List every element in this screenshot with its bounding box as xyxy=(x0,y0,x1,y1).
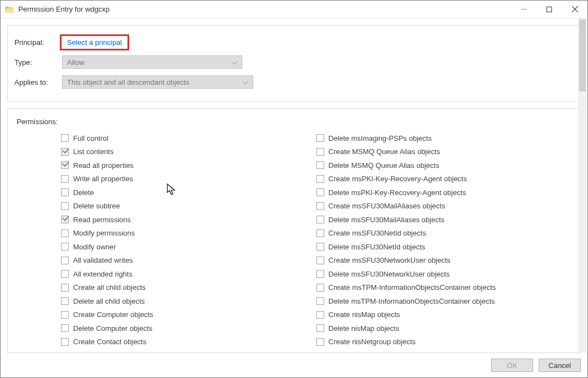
permission-item: All validated writes xyxy=(61,254,316,268)
permission-checkbox[interactable] xyxy=(61,216,69,223)
permission-label: Delete Computer objects xyxy=(73,324,152,333)
permission-item: Delete MSMQ Queue Alias objects xyxy=(316,159,572,172)
titlebar: Permission Entry for wdgcxp xyxy=(1,1,587,18)
permission-checkbox[interactable] xyxy=(316,148,324,156)
permission-checkbox[interactable] xyxy=(316,175,324,183)
permission-label: Create MSMQ Queue Alias objects xyxy=(329,147,441,156)
permission-checkbox[interactable] xyxy=(61,284,69,292)
window-controls xyxy=(511,1,587,18)
permission-item: Delete all child objects xyxy=(61,294,316,308)
type-value: Allow xyxy=(67,58,84,67)
permission-checkbox[interactable] xyxy=(316,188,324,196)
permission-checkbox[interactable] xyxy=(61,270,69,278)
permission-label: Create msSFU30NetworkUser objects xyxy=(329,256,451,264)
type-label: Type: xyxy=(14,58,59,67)
permission-label: Create nisNetgroup objects xyxy=(329,338,416,346)
permission-checkbox[interactable] xyxy=(316,297,324,305)
permission-checkbox[interactable] xyxy=(316,284,324,292)
permission-checkbox[interactable] xyxy=(61,243,69,251)
permission-checkbox[interactable] xyxy=(316,257,324,264)
permission-label: Delete msImaging-PSPs objects xyxy=(329,134,432,142)
permission-checkbox[interactable] xyxy=(61,311,69,319)
permission-item: Delete subtree xyxy=(61,200,316,213)
footer: OK Cancel xyxy=(1,353,587,377)
permission-item: Read permissions xyxy=(61,213,316,227)
permission-checkbox[interactable] xyxy=(316,134,324,142)
permission-item: List contents xyxy=(61,145,316,159)
permission-checkbox[interactable] xyxy=(316,338,324,346)
permission-checkbox[interactable] xyxy=(61,175,69,183)
type-select[interactable]: Allow xyxy=(62,55,242,69)
permission-label: Create msPKI-Key-Recovery-Agent objects xyxy=(329,175,467,183)
type-row: Type: Allow xyxy=(14,54,571,70)
permission-checkbox[interactable] xyxy=(61,229,69,237)
permission-label: Read permissions xyxy=(73,216,131,224)
minimize-button[interactable] xyxy=(511,1,536,18)
permission-item: Delete xyxy=(61,186,316,200)
permission-label: Delete msSFU30NetId objects xyxy=(329,243,426,251)
permission-label: List contents xyxy=(73,147,114,156)
permission-checkbox[interactable] xyxy=(61,202,69,210)
permission-label: Create all child objects xyxy=(73,283,146,292)
permission-item: Create Computer objects xyxy=(61,308,316,322)
permission-label: Create Computer objects xyxy=(73,310,154,319)
permission-checkbox[interactable] xyxy=(61,257,69,264)
applies-select[interactable]: This object and all descendant objects xyxy=(62,75,253,89)
permission-label: Modify permissions xyxy=(73,229,135,237)
permission-label: Modify owner xyxy=(73,243,116,251)
permission-item: Create msTPM-InformationObjectsContainer… xyxy=(316,281,572,295)
select-principal-link[interactable]: Select a principal xyxy=(60,34,129,50)
ok-button[interactable]: OK xyxy=(491,359,533,372)
permission-label: Delete subtree xyxy=(73,202,120,210)
permission-item: Create msPKI-Key-Recovery-Agent objects xyxy=(316,172,572,186)
permission-item: Modify owner xyxy=(61,240,316,254)
permission-checkbox[interactable] xyxy=(316,161,324,169)
permissions-col-right: Delete msImaging-PSPs objectsCreate MSMQ… xyxy=(316,131,572,349)
cancel-button[interactable]: Cancel xyxy=(539,359,581,372)
permission-item: Delete nisMap objects xyxy=(316,321,572,335)
permissions-col-left: Full controlList contentsRead all proper… xyxy=(61,131,316,349)
permission-checkbox[interactable] xyxy=(61,188,69,196)
permission-checkbox[interactable] xyxy=(316,243,324,251)
permission-item: Create nisMap objects xyxy=(316,308,572,322)
permission-checkbox[interactable] xyxy=(316,324,324,332)
permission-item: All extended rights xyxy=(61,267,316,281)
permission-checkbox[interactable] xyxy=(61,338,69,346)
permission-label: Delete msTPM-InformationObjectsContainer… xyxy=(329,297,495,305)
scrollbar[interactable] xyxy=(578,18,587,353)
permission-item: Delete msPKI-Key-Recovery-Agent objects xyxy=(316,186,572,200)
permission-label: Delete nisMap objects xyxy=(329,324,400,333)
permission-item: Delete msSFU30NetworkUser objects xyxy=(316,267,572,281)
principal-row: Principal: Select a principal xyxy=(14,34,571,50)
permission-checkbox[interactable] xyxy=(316,202,324,210)
svg-rect-1 xyxy=(547,7,552,12)
permission-checkbox[interactable] xyxy=(61,324,69,332)
permission-item: Create msSFU30MailAliases objects xyxy=(316,200,572,213)
permission-checkbox[interactable] xyxy=(61,148,69,156)
permission-item: Delete msTPM-InformationObjectsContainer… xyxy=(316,294,572,308)
permission-item: Create Contact objects xyxy=(61,335,316,349)
permission-checkbox[interactable] xyxy=(61,134,69,142)
permission-label: Delete all child objects xyxy=(73,297,145,305)
permission-label: Delete msPKI-Key-Recovery-Agent objects xyxy=(329,188,467,197)
permissions-grid: Full controlList contentsRead all proper… xyxy=(14,131,571,349)
permission-checkbox[interactable] xyxy=(316,229,324,237)
window-title: Permission Entry for wdgcxp xyxy=(18,5,511,13)
permission-item: Delete msSFU30NetId objects xyxy=(316,240,572,254)
close-button[interactable] xyxy=(562,1,587,18)
permission-checkbox[interactable] xyxy=(61,297,69,305)
applies-label: Applies to: xyxy=(14,78,59,86)
permission-checkbox[interactable] xyxy=(61,161,69,169)
scrollbar-thumb[interactable] xyxy=(579,19,586,91)
permission-label: Create msTPM-InformationObjectsContainer… xyxy=(329,283,496,292)
permission-item: Create nisNetgroup objects xyxy=(316,335,572,349)
permission-checkbox[interactable] xyxy=(316,216,324,223)
permission-label: All validated writes xyxy=(73,256,133,264)
permission-label: Read all properties xyxy=(73,161,134,170)
permission-checkbox[interactable] xyxy=(316,270,324,278)
applies-row: Applies to: This object and all descenda… xyxy=(14,74,571,90)
permission-checkbox[interactable] xyxy=(316,311,324,319)
permission-item: Full control xyxy=(61,131,316,145)
principal-panel: Principal: Select a principal Type: Allo… xyxy=(7,25,581,101)
maximize-button[interactable] xyxy=(536,1,562,18)
